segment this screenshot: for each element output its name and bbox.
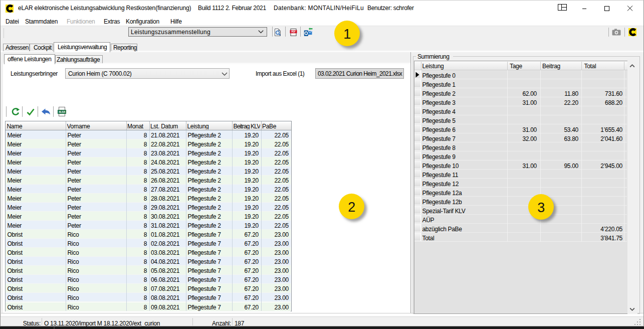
svg-text:XLSX: XLSX bbox=[59, 110, 66, 113]
svg-text:PDF: PDF bbox=[291, 31, 296, 33]
